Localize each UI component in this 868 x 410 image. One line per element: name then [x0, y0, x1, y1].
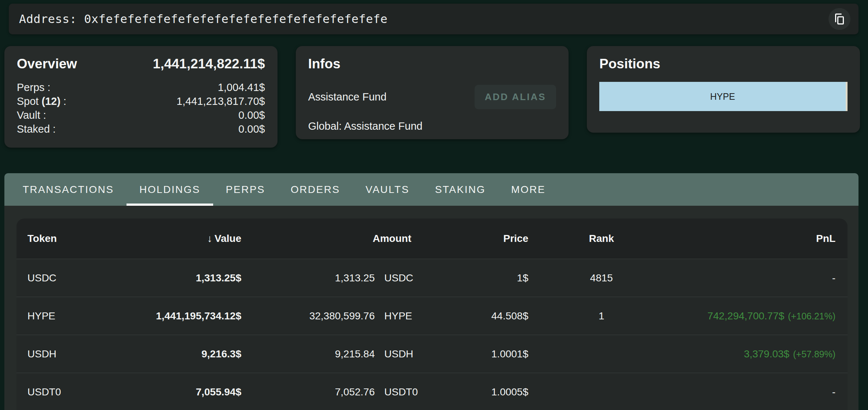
- overview-rows: Perps : 1,004.41$ Spot (12) : 1,441,213,…: [17, 80, 265, 136]
- positions-distribution-bar: HYPE: [599, 82, 848, 111]
- cell-symbol: USDH: [375, 348, 439, 360]
- tab-vaults[interactable]: VAULTS: [353, 173, 422, 206]
- cell-token: USDH: [16, 348, 119, 360]
- holdings-table: Token ↓Value Amount Price Rank PnL USDC …: [16, 219, 848, 410]
- tab-holdings[interactable]: HOLDINGS: [127, 173, 213, 206]
- overview-title: Overview: [17, 56, 77, 72]
- cell-symbol: USDC: [375, 272, 439, 284]
- cell-pnl: 742,294,700.77$(+106.21%): [675, 310, 848, 322]
- account-alias: Assistance Fund: [308, 91, 386, 103]
- tab-staking[interactable]: STAKING: [422, 173, 498, 206]
- tab-orders[interactable]: ORDERS: [278, 173, 353, 206]
- overview-row-staked: Staked : 0.00$: [17, 122, 265, 136]
- tab-perps[interactable]: PERPS: [213, 173, 278, 206]
- header-token[interactable]: Token: [16, 233, 119, 244]
- positions-card: Positions HYPE: [587, 46, 860, 133]
- cell-rank: 1: [528, 310, 675, 322]
- cell-price: 1.0001$: [439, 348, 528, 360]
- table-row-usdh[interactable]: USDH 9,216.3$ 9,215.84 USDH 1.0001$ 3,37…: [16, 335, 848, 373]
- header-price[interactable]: Price: [439, 233, 528, 244]
- table-row-usdt0[interactable]: USDT0 7,055.94$ 7,052.76 USDT0 1.0005$ -: [16, 373, 848, 410]
- copy-icon: [833, 12, 846, 26]
- overview-row-spot: Spot (12) : 1,441,213,817.70$: [17, 94, 265, 108]
- holdings-table-header: Token ↓Value Amount Price Rank PnL: [16, 219, 848, 259]
- positions-segment-hype[interactable]: HYPE: [599, 82, 846, 111]
- cell-value: 7,055.94$: [119, 386, 241, 398]
- positions-segment-label: HYPE: [710, 91, 735, 102]
- overview-staked-value: 0.00$: [238, 122, 265, 136]
- cell-amount: 32,380,599.76: [241, 310, 375, 322]
- infos-card: Infos Assistance Fund ADD ALIAS Global: …: [296, 46, 569, 139]
- cell-value: 1,441,195,734.12$: [119, 310, 241, 322]
- positions-segment-other[interactable]: [846, 82, 848, 111]
- cell-token: USDT0: [16, 386, 119, 398]
- cell-pnl: 3,379.03$(+57.89%): [675, 348, 848, 360]
- cell-price: 1.0005$: [439, 386, 528, 398]
- address-text: Address: 0xfefefefefefefefefefefefefefef…: [19, 12, 388, 26]
- positions-title: Positions: [599, 56, 848, 72]
- overview-row-vault: Vault : 0.00$: [17, 108, 265, 122]
- overview-vault-value: 0.00$: [238, 108, 265, 122]
- sort-desc-icon: ↓: [207, 233, 212, 244]
- header-pnl[interactable]: PnL: [675, 233, 848, 244]
- cell-symbol: USDT0: [375, 386, 439, 398]
- address-label: Address:: [19, 12, 84, 26]
- overview-spot-value: 1,441,213,817.70$: [177, 94, 265, 108]
- cell-amount: 1,313.25: [241, 272, 375, 284]
- add-alias-button[interactable]: ADD ALIAS: [475, 85, 556, 109]
- tab-more[interactable]: MORE: [498, 173, 558, 206]
- cell-value: 9,216.3$: [119, 348, 241, 360]
- cell-token: HYPE: [16, 310, 119, 322]
- cell-amount: 7,052.76: [241, 386, 375, 398]
- infos-title: Infos: [308, 56, 556, 72]
- overview-row-perps: Perps : 1,004.41$: [17, 80, 265, 94]
- cell-token: USDC: [16, 272, 119, 284]
- table-row-usdc[interactable]: USDC 1,313.25$ 1,313.25 USDC 1$ 4815 -: [16, 259, 848, 297]
- cell-price: 44.508$: [439, 310, 528, 322]
- cell-pnl: -: [675, 386, 848, 398]
- tab-bar: TRANSACTIONS HOLDINGS PERPS ORDERS VAULT…: [4, 173, 858, 206]
- table-row-hype[interactable]: HYPE 1,441,195,734.12$ 32,380,599.76 HYP…: [16, 297, 848, 335]
- global-alias: Global: Assistance Fund: [308, 120, 556, 132]
- header-rank[interactable]: Rank: [528, 233, 675, 244]
- summary-cards: Overview 1,441,214,822.11$ Perps : 1,004…: [4, 46, 860, 148]
- overview-total-value: 1,441,214,822.11$: [153, 56, 265, 72]
- header-amount[interactable]: Amount: [241, 233, 439, 244]
- overview-card: Overview 1,441,214,822.11$ Perps : 1,004…: [4, 46, 278, 148]
- cell-value: 1,313.25$: [119, 272, 241, 284]
- address-value: 0xfefefefefefefefefefefefefefefefefefefe…: [84, 12, 388, 26]
- cell-pnl: -: [675, 272, 848, 284]
- cell-symbol: HYPE: [375, 310, 439, 322]
- tab-transactions[interactable]: TRANSACTIONS: [10, 173, 127, 206]
- cell-price: 1$: [439, 272, 528, 284]
- holdings-panel: Token ↓Value Amount Price Rank PnL USDC …: [4, 206, 858, 410]
- copy-address-button[interactable]: [829, 8, 850, 30]
- cell-amount: 9,215.84: [241, 348, 375, 360]
- header-value[interactable]: ↓Value: [119, 233, 241, 244]
- cell-rank: 4815: [528, 272, 675, 284]
- address-bar: Address: 0xfefefefefefefefefefefefefefef…: [9, 4, 858, 34]
- overview-perps-value: 1,004.41$: [218, 80, 265, 94]
